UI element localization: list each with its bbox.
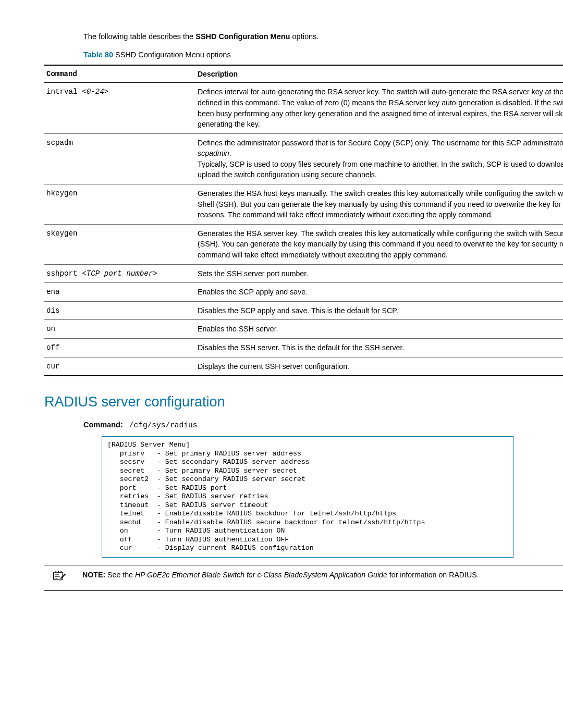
cmd-cell: scpadm — [44, 133, 195, 184]
desc-cell: Generates the RSA server key. The switch… — [195, 224, 563, 264]
cmd-cell: on — [44, 320, 195, 339]
table-caption: Table 80 SSHD Configuration Menu options — [83, 50, 563, 60]
cmd-cell: hkeygen — [44, 184, 195, 225]
sshd-config-table: Command Description intrval <0-24>Define… — [44, 65, 563, 376]
th-description: Description — [195, 65, 563, 83]
intro-text: The following table describes the SSHD C… — [83, 31, 563, 42]
table-row: offDisables the SSH server. This is the … — [44, 339, 563, 357]
cmd-cell: ena — [44, 283, 195, 302]
svg-rect-3 — [60, 571, 62, 573]
table-row: disDisables the SCP apply and save. This… — [44, 301, 563, 320]
cmd-cell: cur — [44, 357, 195, 376]
note-post: for information on RADIUS. — [387, 571, 479, 579]
desc-cell: Disables the SCP apply and save. This is… — [195, 301, 563, 320]
intro-prefix: The following table describes the — [83, 32, 195, 41]
desc-cell: Generates the RSA host keys manually. Th… — [195, 184, 563, 225]
table-row: enaEnables the SCP apply and save. — [44, 283, 563, 302]
cmd-cell: skeygen — [44, 224, 195, 264]
note-text: NOTE: See the HP GbE2c Ethernet Blade Sw… — [82, 570, 563, 581]
note-icon — [44, 570, 73, 586]
table-row: skeygenGenerates the RSA server key. The… — [44, 224, 563, 264]
svg-rect-2 — [58, 571, 59, 573]
svg-rect-0 — [53, 572, 63, 580]
cmd-cell: dis — [44, 301, 195, 320]
cmd-cell: off — [44, 339, 195, 357]
table-row: sshport <TCP port number>Sets the SSH se… — [44, 264, 563, 283]
cmd-cell: intrval <0-24> — [44, 83, 195, 133]
desc-cell: Displays the current SSH server configur… — [195, 357, 563, 376]
desc-cell: Enables the SCP apply and save. — [195, 283, 563, 302]
desc-cell: Sets the SSH server port number. — [195, 264, 563, 283]
desc-cell: Defines interval for auto-generating the… — [195, 83, 563, 133]
desc-cell: Disables the SSH server. This is the def… — [195, 339, 563, 357]
th-command: Command — [44, 65, 195, 83]
table-row: hkeygenGenerates the RSA host keys manua… — [44, 184, 563, 225]
note-pre: See the — [105, 571, 135, 579]
note-em: HP GbE2c Ethernet Blade Switch for c-Cla… — [135, 571, 387, 579]
intro-bold: SSHD Configuration Menu — [195, 32, 290, 41]
svg-rect-1 — [55, 571, 56, 573]
cmd-cell: sshport <TCP port number> — [44, 264, 195, 283]
cmd-path: /cfg/sys/radius — [129, 421, 198, 429]
section-heading: RADIUS server configuration — [44, 392, 563, 412]
desc-cell: Enables the SSH server. — [195, 320, 563, 339]
desc-cell: Defines the administrator password that … — [195, 133, 563, 184]
table-row: onEnables the SSH server. — [44, 320, 563, 339]
table-title: SSHD Configuration Menu options — [113, 51, 231, 59]
table-number: Table 80 — [83, 51, 113, 59]
radius-menu-box: [RADIUS Server Menu] prisrv - Set primar… — [102, 436, 513, 558]
note-label: NOTE: — [82, 571, 105, 579]
table-row: scpadmDefines the administrator password… — [44, 133, 563, 184]
table-row: curDisplays the current SSH server confi… — [44, 357, 563, 376]
intro-suffix: options. — [290, 32, 319, 41]
table-row: intrval <0-24>Defines interval for auto-… — [44, 83, 563, 133]
cmd-label: Command: — [83, 421, 123, 429]
note-block: NOTE: See the HP GbE2c Ethernet Blade Sw… — [44, 565, 563, 591]
command-line: Command: /cfg/sys/radius — [83, 419, 563, 431]
